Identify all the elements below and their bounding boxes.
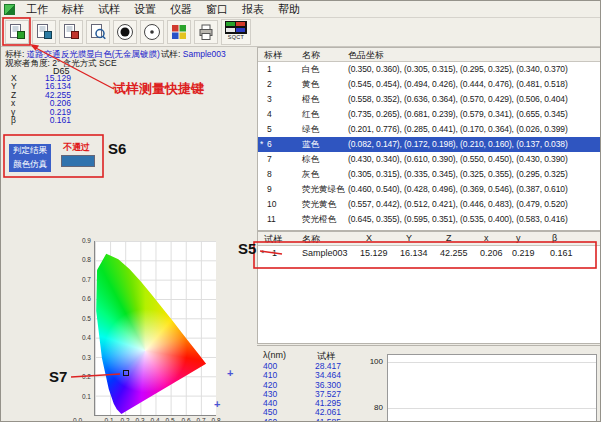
- print-button[interactable]: [194, 20, 218, 44]
- tristimulus-block: X15.129 Y16.134 Z42.255 x0.206 y0.219 β0…: [11, 74, 71, 124]
- sqct-icon: [225, 21, 247, 34]
- search-doc-icon: [89, 23, 107, 41]
- spectral-row: 46041.585: [263, 418, 341, 422]
- sample-edit-icon: [62, 23, 80, 41]
- table-row[interactable]: 1白色(0.350, 0.360), (0.305, 0.315), (0.29…: [258, 62, 601, 77]
- y-tick: 0.6: [69, 295, 91, 302]
- target-icon: [143, 23, 161, 41]
- x-tick: 0.4: [148, 417, 162, 422]
- standard-measure-icon: [35, 23, 53, 41]
- menu-item-work[interactable]: 工作: [19, 1, 55, 18]
- color-simulation-label: 颜色仿真: [9, 158, 51, 172]
- menu-item-report[interactable]: 报表: [235, 1, 271, 18]
- search-doc-button[interactable]: [86, 20, 110, 44]
- spectral-section: λ(nm) 试样 40028.417 41034.464 42036.300 4…: [257, 345, 601, 422]
- reflectance-chart: [387, 354, 597, 422]
- sqct-label: SQCT: [228, 34, 244, 41]
- sample-info-line: 试样: Sample003: [161, 49, 226, 61]
- sample-table: 试样 名称 X Y Z x y β * 1 Sample003 15.129 1…: [257, 231, 601, 344]
- sample-edit-button[interactable]: [59, 20, 83, 44]
- annotation-s6: S6: [108, 140, 126, 157]
- standard-measure-button[interactable]: [32, 20, 56, 44]
- table-row-selected[interactable]: *6蓝色(0.082, 0.147), (0.172, 0.198), (0.2…: [258, 137, 601, 152]
- x-tick: 0.2: [118, 417, 132, 422]
- sample-row[interactable]: * 1 Sample003 15.129 16.134 42.255 0.206…: [258, 246, 601, 261]
- table-row[interactable]: 5绿色(0.201, 0.776), (0.285, 0.441), (0.17…: [258, 122, 601, 137]
- aperture-icon: [116, 23, 134, 41]
- x-tick: 0.1: [102, 417, 116, 422]
- menu-item-instrument[interactable]: 仪器: [163, 1, 199, 18]
- x-tick: 0.8: [209, 417, 223, 422]
- table-row[interactable]: 8灰色(0.305, 0.315), (0.335, 0.345), (0.32…: [258, 167, 601, 182]
- x-tick: 0.7: [194, 417, 208, 422]
- cross-marker: +: [214, 398, 220, 410]
- table-row[interactable]: 2黄色(0.545, 0.454), (0.494, 0.426), (0.44…: [258, 77, 601, 92]
- x-tick: 0.6: [179, 417, 193, 422]
- judge-result-value: 不通过: [63, 141, 90, 154]
- standards-table: 标样 名称 色品坐标 1白色(0.350, 0.360), (0.305, 0.…: [257, 47, 601, 231]
- color-simulation-swatch: [61, 155, 95, 167]
- menu-item-help[interactable]: 帮助: [271, 1, 307, 18]
- palette-button[interactable]: [167, 20, 191, 44]
- tristimulus-row: β0.161: [11, 116, 71, 124]
- table-row[interactable]: 9荧光黄绿色(0.460, 0.540), (0.428, 0.496), (0…: [258, 182, 601, 197]
- standards-table-header: 标样 名称 色品坐标: [258, 48, 601, 62]
- y-tick: 0.4: [69, 334, 91, 341]
- toolbar: SQCT: [1, 18, 600, 47]
- sample-measure-button[interactable]: [5, 20, 29, 44]
- app-window: 工作 标样 试样 设置 仪器 窗口 报表 帮助: [0, 0, 601, 422]
- y-tick: 0.8: [69, 256, 91, 263]
- y-tick: 0.5: [69, 315, 91, 322]
- table-row[interactable]: 4红色(0.735, 0.265), (0.681, 0.239), (0.57…: [258, 107, 601, 122]
- sample-table-header: 试样 名称 X Y Z x y β: [258, 232, 601, 246]
- aperture-button[interactable]: [113, 20, 137, 44]
- table-row[interactable]: 10荧光黄色(0.557, 0.442), (0.512, 0.421), (0…: [258, 197, 601, 212]
- y-tick: 0.2: [69, 373, 91, 380]
- annotation-s7: S7: [49, 368, 67, 385]
- chart-y-tick: 80: [361, 403, 383, 412]
- chart-y-tick: 100: [361, 357, 383, 366]
- menu-bar: 工作 标样 试样 设置 仪器 窗口 报表 帮助: [1, 1, 600, 18]
- annotation-s5: S5: [238, 240, 256, 257]
- origin-tick: 0.0: [73, 417, 82, 422]
- y-tick: 0.1: [69, 393, 91, 400]
- target-button[interactable]: [140, 20, 164, 44]
- cie-gamut-shape: [95, 241, 216, 415]
- sample-point-marker: [123, 370, 129, 376]
- y-tick: 0.9: [69, 237, 91, 244]
- sample-label: 试样:: [161, 49, 180, 59]
- spectral-list: 40028.417 41034.464 42036.300 43037.527 …: [263, 362, 341, 422]
- menu-item-settings[interactable]: 设置: [127, 1, 163, 18]
- annotation-shortcut-label: 试样测量快捷键: [113, 80, 204, 98]
- cross-marker: +: [227, 367, 233, 379]
- palette-icon: [170, 23, 188, 41]
- table-row[interactable]: 3橙色(0.558, 0.352), (0.636, 0.364), (0.57…: [258, 92, 601, 107]
- x-tick: 0.3: [133, 417, 147, 422]
- sqct-button[interactable]: SQCT: [221, 19, 251, 45]
- y-tick: 0.7: [69, 276, 91, 283]
- menu-item-sample[interactable]: 试样: [91, 1, 127, 18]
- menu-item-standard[interactable]: 标样: [55, 1, 91, 18]
- print-icon: [197, 23, 215, 41]
- color-simulation-row: 颜色仿真: [9, 153, 51, 172]
- chromaticity-diagram: [94, 241, 216, 416]
- wavelength-header: λ(nm): [263, 350, 286, 360]
- sample-measure-icon: [8, 23, 26, 41]
- table-row[interactable]: 11荧光橙色(0.645, 0.355), (0.595, 0.351), (0…: [258, 212, 601, 227]
- menu-item-window[interactable]: 窗口: [199, 1, 235, 18]
- app-logo-icon: [4, 4, 15, 15]
- y-tick: 0.3: [69, 354, 91, 361]
- table-row[interactable]: 7棕色(0.430, 0.340), (0.610, 0.390), (0.55…: [258, 152, 601, 167]
- sample-name: Sample003: [183, 49, 226, 59]
- x-tick: 0.5: [163, 417, 177, 422]
